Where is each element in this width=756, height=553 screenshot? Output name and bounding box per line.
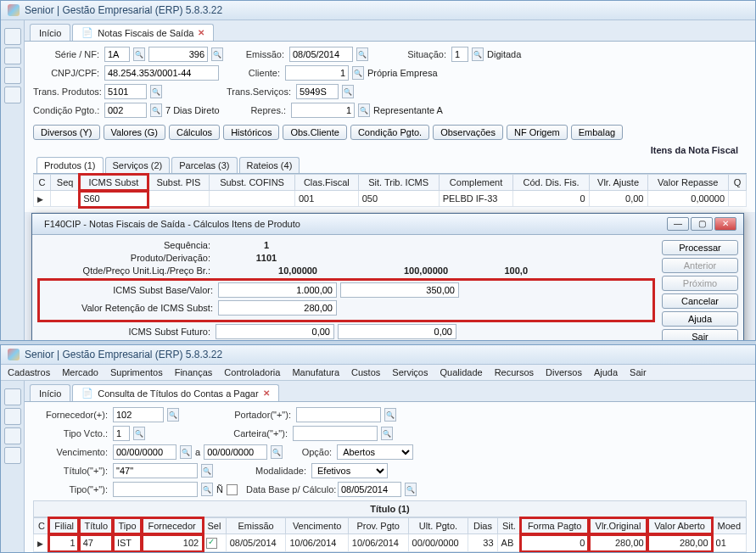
cnpj-input[interactable] bbox=[104, 65, 219, 81]
condpgto-input[interactable] bbox=[104, 103, 147, 118]
titulos-grid[interactable]: C Filial Título Tipo Fornecedor Sel Emis… bbox=[33, 517, 747, 552]
tab-nfs[interactable]: 📄 Notas Fiscais de Saída ✕ bbox=[72, 24, 214, 41]
menu-controladoria[interactable]: Controladoria bbox=[224, 367, 280, 377]
menu-custos[interactable]: Custos bbox=[351, 367, 380, 377]
portador-input[interactable] bbox=[296, 407, 381, 422]
menu-recursos[interactable]: Recursos bbox=[495, 367, 534, 377]
historicos-button[interactable]: Históricos bbox=[223, 125, 279, 140]
situacao-label: Situação: bbox=[372, 49, 448, 59]
modalidade-select[interactable]: Efetivos bbox=[311, 463, 388, 478]
tab-close-icon[interactable]: ✕ bbox=[263, 388, 270, 398]
serie-lookup[interactable] bbox=[133, 47, 145, 61]
database-cal-icon[interactable] bbox=[405, 483, 417, 496]
valores-button[interactable]: Valores (G) bbox=[104, 125, 165, 140]
emissao-input[interactable] bbox=[289, 47, 353, 62]
proximo-button[interactable]: Próximo bbox=[662, 276, 738, 291]
futuro2-input[interactable] bbox=[338, 324, 456, 339]
minimize-button[interactable]: — bbox=[667, 217, 689, 231]
serie-input[interactable] bbox=[104, 47, 130, 62]
opcao-select[interactable]: Abertos bbox=[337, 444, 413, 460]
menu-finanças[interactable]: Finanças bbox=[175, 367, 213, 377]
table-row[interactable]: S60 001 050 PELBD IF-33 0 0,00 0,00000 bbox=[34, 191, 747, 207]
tab-inicio[interactable]: Início bbox=[30, 24, 70, 41]
situacao-lookup[interactable] bbox=[472, 47, 484, 61]
produtos-grid[interactable]: C Seq ICMS Subst Subst. PIS Subst. COFIN… bbox=[33, 174, 747, 207]
nforigem-button[interactable]: NF Origem bbox=[507, 125, 568, 140]
titulo-lookup[interactable] bbox=[201, 464, 213, 478]
emissao-cal-icon[interactable] bbox=[356, 47, 368, 61]
calculos-button[interactable]: Cálculos bbox=[169, 125, 220, 140]
menu-qualidade[interactable]: Qualidade bbox=[440, 367, 482, 377]
tab-consulta[interactable]: 📄 Consulta de Títulos do Contas a Pagar … bbox=[72, 384, 278, 401]
ajuda-button[interactable]: Ajuda bbox=[662, 311, 738, 327]
transprod-input[interactable] bbox=[104, 84, 147, 99]
carteira-lookup[interactable] bbox=[381, 427, 393, 440]
tool-print-icon[interactable] bbox=[4, 47, 21, 64]
futuro1-input[interactable] bbox=[216, 324, 334, 339]
subtab-produtos[interactable]: Produtos (1) bbox=[36, 157, 104, 173]
transprod-lookup[interactable] bbox=[150, 85, 162, 98]
embalag-button[interactable]: Embalag bbox=[571, 125, 623, 140]
icms-valor-input[interactable] bbox=[340, 282, 459, 298]
tab-inicio-2[interactable]: Início bbox=[30, 384, 70, 401]
subtab-parcelas[interactable]: Parcelas (3) bbox=[171, 157, 237, 173]
tool-pin-icon[interactable] bbox=[4, 388, 21, 405]
tipo-lookup[interactable] bbox=[201, 483, 213, 496]
menu-mercado[interactable]: Mercado bbox=[62, 367, 98, 377]
subtab-servicos[interactable]: Serviços (2) bbox=[105, 157, 171, 173]
anterior-button[interactable]: Anterior bbox=[662, 258, 738, 273]
database-input[interactable] bbox=[338, 482, 401, 497]
nf-input[interactable] bbox=[148, 47, 208, 62]
venc1-cal-icon[interactable] bbox=[180, 445, 192, 459]
cliente-input[interactable] bbox=[285, 65, 349, 81]
tool-pin-icon[interactable] bbox=[4, 28, 21, 45]
fornecedor-lookup[interactable] bbox=[167, 408, 179, 422]
tool-layout-icon[interactable] bbox=[4, 87, 21, 103]
tipo-input[interactable] bbox=[113, 482, 198, 497]
transserv-input[interactable] bbox=[296, 84, 339, 99]
menu-suprimentos[interactable]: Suprimentos bbox=[110, 367, 163, 377]
menu-serviços[interactable]: Serviços bbox=[392, 367, 428, 377]
tool-print-icon[interactable] bbox=[4, 408, 21, 425]
transserv-lookup[interactable] bbox=[342, 85, 354, 98]
retencao-input[interactable] bbox=[218, 300, 337, 316]
fornecedor-input[interactable] bbox=[113, 407, 164, 422]
subtab-rateios[interactable]: Rateios (4) bbox=[239, 157, 300, 173]
diversos-button[interactable]: Diversos (Y) bbox=[33, 125, 100, 140]
table-row[interactable]: 1 47 IST 102 08/05/2014 10/06/2014 10/06… bbox=[34, 534, 747, 552]
cancelar-button[interactable]: Cancelar bbox=[662, 293, 738, 309]
processar-button[interactable]: Processar bbox=[662, 240, 738, 255]
cliente-lookup[interactable] bbox=[352, 66, 364, 80]
menu-manufatura[interactable]: Manufatura bbox=[292, 367, 339, 377]
tipo-checkbox[interactable] bbox=[227, 484, 238, 495]
repres-lookup[interactable] bbox=[358, 103, 370, 117]
menu-diversos[interactable]: Diversos bbox=[546, 367, 582, 377]
close-button[interactable]: ✕ bbox=[714, 217, 736, 231]
tool-save-icon[interactable] bbox=[4, 67, 21, 84]
venc2-cal-icon[interactable] bbox=[271, 445, 283, 459]
menu-sair[interactable]: Sair bbox=[630, 367, 647, 377]
obscliente-button[interactable]: Obs.Cliente bbox=[283, 125, 346, 140]
observacoes-button[interactable]: Observações bbox=[433, 125, 503, 140]
portador-lookup[interactable] bbox=[384, 408, 396, 422]
situacao-input[interactable] bbox=[451, 47, 468, 62]
condpgto-lookup[interactable] bbox=[150, 103, 162, 117]
repres-input[interactable] bbox=[291, 103, 355, 118]
sel-checkbox[interactable] bbox=[206, 538, 217, 549]
maximize-button[interactable]: ▢ bbox=[691, 217, 713, 231]
tool-layout-icon[interactable] bbox=[4, 447, 21, 464]
menu-cadastros[interactable]: Cadastros bbox=[8, 367, 50, 377]
icms-base-input[interactable] bbox=[218, 282, 337, 298]
tipovcto-lookup[interactable] bbox=[133, 427, 145, 440]
condpgto-button[interactable]: Condição Pgto. bbox=[350, 125, 429, 140]
menu-ajuda[interactable]: Ajuda bbox=[594, 367, 618, 377]
venc2-input[interactable] bbox=[204, 444, 267, 460]
tool-save-icon[interactable] bbox=[4, 427, 21, 444]
tipovcto-input[interactable] bbox=[113, 426, 130, 441]
venc1-input[interactable] bbox=[113, 444, 176, 460]
carteira-input[interactable] bbox=[293, 426, 378, 441]
sair-button[interactable]: Sair bbox=[662, 329, 738, 341]
titulo-input[interactable] bbox=[113, 463, 198, 478]
tab-close-icon[interactable]: ✕ bbox=[198, 28, 204, 37]
nf-lookup[interactable] bbox=[211, 47, 223, 61]
